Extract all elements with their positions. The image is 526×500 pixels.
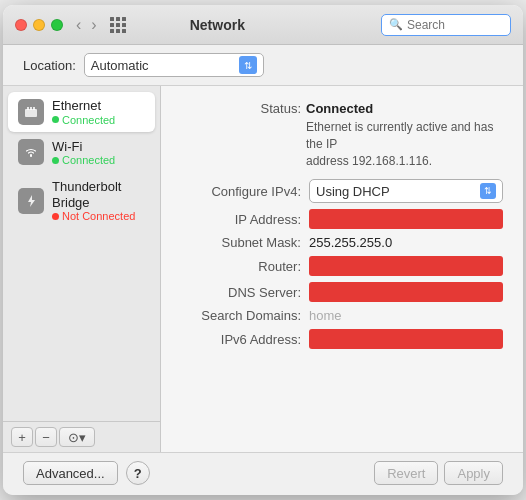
close-button[interactable] — [15, 19, 27, 31]
search-icon: 🔍 — [389, 18, 403, 31]
network-window: ‹ › Network 🔍 Location: Automatic ⇅ — [3, 5, 523, 495]
configure-value: Using DHCP — [316, 184, 475, 199]
search-input[interactable] — [407, 18, 503, 32]
location-select[interactable]: Automatic ⇅ — [84, 53, 264, 77]
help-button[interactable]: ? — [126, 461, 150, 485]
dns-value — [309, 282, 503, 302]
svg-point-4 — [30, 155, 32, 157]
dns-label: DNS Server: — [181, 285, 301, 300]
search-domains-label: Search Domains: — [181, 308, 301, 323]
body: Location: Automatic ⇅ — [3, 45, 523, 495]
thunderbolt-status-dot — [52, 213, 59, 220]
router-value — [309, 256, 503, 276]
minimize-button[interactable] — [33, 19, 45, 31]
wifi-icon — [18, 139, 44, 165]
sidebar-item-ethernet[interactable]: Ethernet Connected — [8, 92, 155, 132]
subnet-value: 255.255.255.0 — [309, 235, 392, 250]
advanced-button[interactable]: Advanced... — [23, 461, 118, 485]
sidebar-item-thunderbolt[interactable]: Thunderbolt Bridge Not Connected — [8, 173, 155, 228]
configure-select[interactable]: Using DHCP ⇅ — [309, 179, 503, 203]
titlebar: ‹ › Network 🔍 — [3, 5, 523, 45]
ethernet-status-dot — [52, 116, 59, 123]
main-content: Ethernet Connected — [3, 86, 523, 452]
detail-panel: Status: Connected Ethernet is currently … — [161, 86, 523, 452]
bottom-bar: Advanced... ? Revert Apply — [3, 452, 523, 495]
ethernet-icon — [18, 99, 44, 125]
wifi-name: Wi-Fi — [52, 139, 115, 155]
status-row: Status: Connected — [181, 101, 503, 116]
svg-rect-1 — [27, 107, 29, 110]
configure-label: Configure IPv4: — [181, 184, 301, 199]
ipv6-row: IPv6 Address: — [181, 329, 503, 349]
ipv6-value — [309, 329, 503, 349]
subnet-row: Subnet Mask: 255.255.255.0 — [181, 235, 503, 250]
location-label: Location: — [23, 58, 76, 73]
status-section: Status: Connected Ethernet is currently … — [181, 101, 503, 169]
ethernet-status: Connected — [52, 114, 115, 126]
sidebar-toolbar: + − ⊙▾ — [3, 421, 160, 452]
thunderbolt-info: Thunderbolt Bridge Not Connected — [52, 179, 145, 222]
status-value: Connected — [306, 101, 373, 116]
configure-row: Configure IPv4: Using DHCP ⇅ — [181, 179, 503, 203]
ethernet-name: Ethernet — [52, 98, 115, 114]
location-dropdown-arrow: ⇅ — [239, 56, 257, 74]
thunderbolt-status: Not Connected — [52, 210, 145, 222]
svg-rect-3 — [33, 107, 35, 110]
revert-button[interactable]: Revert — [374, 461, 438, 485]
search-domains-value: home — [309, 308, 342, 323]
add-network-button[interactable]: + — [11, 427, 33, 447]
router-row: Router: — [181, 256, 503, 276]
sidebar-item-wifi[interactable]: Wi-Fi Connected — [8, 133, 155, 173]
form-section: Configure IPv4: Using DHCP ⇅ IP Address: — [181, 179, 503, 349]
wifi-status: Connected — [52, 154, 115, 166]
ip-address-row: IP Address: — [181, 209, 503, 229]
thunderbolt-icon — [18, 188, 44, 214]
configure-dropdown-arrow: ⇅ — [480, 183, 496, 199]
search-domains-row: Search Domains: home — [181, 308, 503, 323]
dns-row: DNS Server: — [181, 282, 503, 302]
action-network-button[interactable]: ⊙▾ — [59, 427, 95, 447]
subnet-label: Subnet Mask: — [181, 235, 301, 250]
window-title: Network — [54, 17, 381, 33]
ethernet-info: Ethernet Connected — [52, 98, 115, 126]
sidebar-list: Ethernet Connected — [3, 86, 160, 421]
bottom-right: Revert Apply — [374, 461, 503, 485]
status-label: Status: — [181, 101, 301, 116]
bottom-left: Advanced... ? — [23, 461, 150, 485]
ip-label: IP Address: — [181, 212, 301, 227]
ip-address-value — [309, 209, 503, 229]
wifi-info: Wi-Fi Connected — [52, 139, 115, 167]
router-label: Router: — [181, 259, 301, 274]
thunderbolt-name: Thunderbolt Bridge — [52, 179, 145, 210]
apply-button[interactable]: Apply — [444, 461, 503, 485]
svg-rect-2 — [30, 107, 32, 110]
location-bar: Location: Automatic ⇅ — [3, 45, 523, 86]
gear-icon: ⊙▾ — [68, 430, 86, 445]
wifi-status-dot — [52, 157, 59, 164]
ipv6-label: IPv6 Address: — [181, 332, 301, 347]
sidebar: Ethernet Connected — [3, 86, 161, 452]
status-description: Ethernet is currently active and has the… — [181, 119, 503, 169]
search-box[interactable]: 🔍 — [381, 14, 511, 36]
remove-network-button[interactable]: − — [35, 427, 57, 447]
svg-rect-0 — [25, 109, 37, 117]
location-value: Automatic — [91, 58, 234, 73]
